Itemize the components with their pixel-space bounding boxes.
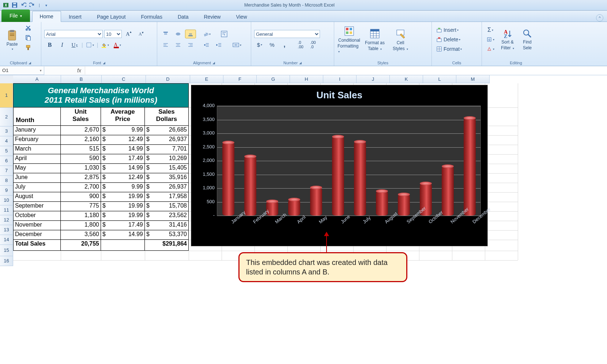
cell-month-2[interactable]: March [13, 145, 61, 154]
embedded-chart[interactable]: Unit Sales -5001,0001,5002,0002,5003,000… [191, 85, 488, 246]
cell-dollars-2[interactable]: $7,701 [145, 145, 189, 154]
cell-price-11[interactable]: $14.99 [101, 230, 145, 240]
cell-month-8[interactable]: September [13, 202, 61, 211]
col-header-H[interactable]: H [290, 75, 323, 83]
cell-units-10[interactable]: 1,800 [61, 221, 101, 230]
tab-page-layout[interactable]: Page Layout [89, 11, 133, 22]
cell-units-8[interactable]: 775 [61, 202, 101, 211]
col-header-E[interactable]: E [190, 75, 223, 83]
cell-month-9[interactable]: October [13, 211, 61, 221]
autosum-button[interactable]: Σ ▾ [485, 26, 496, 34]
fx-icon[interactable]: fx [73, 67, 85, 75]
row-header-3[interactable]: 3 [0, 126, 13, 136]
header-price[interactable]: AveragePrice [101, 107, 145, 126]
select-all-corner[interactable] [0, 75, 14, 84]
help-icon[interactable]: ^ [596, 14, 603, 22]
row-header-16[interactable]: 16 [0, 256, 13, 266]
header-units[interactable]: UnitSales [61, 107, 101, 126]
cell-dollars-7[interactable]: $17,958 [145, 192, 189, 202]
find-select-button[interactable]: Find Sele [519, 23, 535, 56]
undo-icon[interactable] [20, 1, 27, 9]
merge-center-button[interactable]: ▾ [231, 41, 243, 49]
cell-price-7[interactable]: $19.99 [101, 192, 145, 202]
cell-dollars-10[interactable]: $31,416 [145, 221, 189, 230]
bar-1[interactable] [244, 156, 256, 216]
number-launcher-icon[interactable]: ◢ [299, 61, 302, 65]
wrap-text-button[interactable] [219, 30, 230, 38]
increase-font-button[interactable]: A▴ [123, 30, 134, 38]
increase-decimal-button[interactable]: .0.00 [295, 40, 306, 49]
cell-price-2[interactable]: $14.99 [101, 145, 145, 154]
decrease-font-button[interactable]: A▾ [136, 30, 147, 38]
row-header-13[interactable]: 13 [0, 225, 13, 235]
col-header-D[interactable]: D [146, 75, 190, 83]
font-name-select[interactable]: Arial [44, 30, 103, 38]
col-header-B[interactable]: B [61, 75, 102, 83]
cell-units-2[interactable]: 515 [61, 145, 101, 154]
align-middle-button[interactable] [173, 30, 184, 38]
cell-dollars-5[interactable]: $35,916 [145, 173, 189, 183]
row-header-14[interactable]: 14 [0, 235, 13, 245]
align-top-button[interactable] [160, 30, 171, 38]
cell-month-1[interactable]: February [13, 135, 61, 145]
cell-month-3[interactable]: April [13, 154, 61, 164]
cell-dollars-1[interactable]: $26,937 [145, 135, 189, 145]
formula-input[interactable] [85, 67, 607, 75]
bar-3[interactable] [288, 200, 300, 216]
format-cells-button[interactable]: Format ▾ [435, 45, 474, 53]
decrease-decimal-button[interactable]: .00.0 [308, 40, 318, 49]
bar-10[interactable] [442, 166, 454, 216]
underline-button[interactable]: U▾ [69, 41, 80, 49]
cell-price-9[interactable]: $19.99 [101, 211, 145, 221]
tab-formulas[interactable]: Formulas [133, 11, 170, 22]
cell-price-8[interactable]: $19.99 [101, 202, 145, 211]
row-header-7[interactable]: 7 [0, 166, 13, 176]
cell-month-0[interactable]: January [13, 126, 61, 135]
cell-total-dollars[interactable]: $291,864 [145, 240, 189, 251]
row-header-9[interactable]: 9 [0, 186, 13, 196]
alignment-launcher-icon[interactable]: ◢ [212, 61, 215, 65]
col-header-I[interactable]: I [323, 75, 357, 83]
tab-view[interactable]: View [228, 11, 255, 22]
bar-8[interactable] [398, 194, 410, 216]
cell-units-6[interactable]: 2,700 [61, 183, 101, 192]
cell-total-label[interactable]: Total Sales [13, 240, 61, 251]
align-left-button[interactable] [160, 41, 171, 49]
font-size-select[interactable]: 10 [104, 30, 122, 38]
cell-units-5[interactable]: 2,875 [61, 173, 101, 183]
tab-data[interactable]: Data [170, 11, 196, 22]
col-header-C[interactable]: C [102, 75, 146, 83]
cell-month-6[interactable]: July [13, 183, 61, 192]
row-header-12[interactable]: 12 [0, 215, 13, 225]
accounting-button[interactable]: $▾ [254, 40, 265, 49]
cell-units-11[interactable]: 3,560 [61, 230, 101, 240]
borders-button[interactable]: ▾ [84, 41, 95, 49]
row-header-6[interactable]: 6 [0, 156, 13, 166]
percent-button[interactable]: % [267, 40, 278, 49]
cell-units-0[interactable]: 2,670 [61, 126, 101, 135]
cell-styles-button[interactable]: Cell Styles ▾ [388, 23, 412, 56]
paste-button[interactable]: Paste ▾ [3, 23, 21, 56]
cell-month-4[interactable]: May [13, 164, 61, 173]
row-header-11[interactable]: 11 [0, 205, 13, 215]
cell-price-1[interactable]: $12.49 [101, 135, 145, 145]
clear-button[interactable]: ▾ [485, 45, 496, 53]
cell-dollars-4[interactable]: $15,405 [145, 164, 189, 173]
cell-dollars-0[interactable]: $26,685 [145, 126, 189, 135]
bar-5[interactable] [332, 137, 344, 216]
cell-price-0[interactable]: $9.99 [101, 126, 145, 135]
cell-units-9[interactable]: 1,180 [61, 211, 101, 221]
copy-button[interactable] [23, 33, 34, 42]
tab-insert[interactable]: Insert [61, 11, 89, 22]
title-cell[interactable]: General Merchandise World2011 Retail Sal… [13, 83, 189, 107]
cell-units-3[interactable]: 590 [61, 154, 101, 164]
format-painter-button[interactable] [23, 43, 34, 52]
col-header-J[interactable]: J [357, 75, 390, 83]
sort-filter-button[interactable]: AZ Sort & Filter ▾ [497, 23, 518, 56]
number-format-select[interactable]: General [254, 30, 320, 38]
cell-units-1[interactable]: 2,160 [61, 135, 101, 145]
conditional-formatting-button[interactable]: Conditional Formatting ▾ [337, 23, 361, 56]
orientation-button[interactable]: ab▾ [201, 30, 212, 38]
format-as-table-button[interactable]: Format as Table ▾ [363, 23, 387, 56]
fill-button[interactable]: ▾ [485, 35, 496, 44]
